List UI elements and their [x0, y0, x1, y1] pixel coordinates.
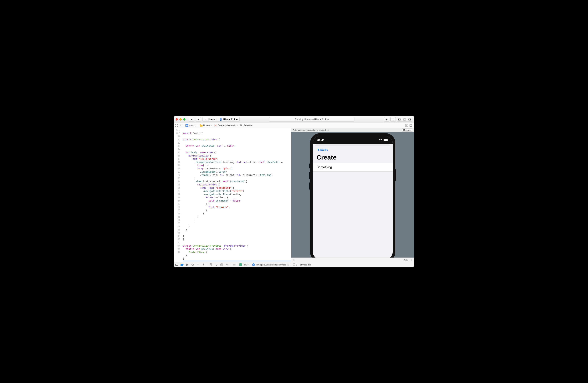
step-over-button[interactable]	[191, 263, 194, 266]
wifi-icon	[379, 138, 382, 142]
run-button[interactable]	[189, 117, 194, 122]
jump-bar: 〈 〉 Howto 〉 Howto 〉 ContentView.swift 〉 …	[174, 123, 414, 128]
project-icon	[186, 124, 188, 127]
chevron-icon: 〉	[196, 124, 199, 127]
svg-marker-38	[203, 264, 204, 265]
svg-marker-0	[191, 118, 192, 120]
source-editor[interactable]: 6 7 8 9 10 11 12 13 14 15 16 17 18 19 20…	[174, 128, 291, 262]
jump-symbol[interactable]: No Selection	[240, 124, 253, 127]
svg-point-36	[198, 266, 198, 266]
adjust-editor-button[interactable]	[409, 124, 413, 127]
scheme-selector[interactable]: A Howto 〉 iPhone 11 Pro	[203, 117, 240, 122]
stack-icon	[233, 263, 236, 266]
zoom-out-button[interactable]: −	[398, 258, 401, 262]
svg-marker-31	[187, 264, 189, 266]
debug-target: Howto	[243, 264, 249, 266]
svg-rect-29	[176, 265, 178, 266]
device-side-button-right	[395, 169, 396, 181]
zoom-level[interactable]: 125%	[402, 259, 408, 261]
folder-icon	[200, 124, 203, 127]
zoom-in-button[interactable]: +	[410, 258, 413, 262]
toolbar: A Howto 〉 iPhone 11 Pro Running Howto on…	[174, 116, 414, 123]
chevron-icon: 〉	[210, 124, 213, 127]
battery-icon	[383, 138, 388, 142]
close-window-button[interactable]	[176, 118, 178, 120]
minimize-window-button[interactable]	[179, 118, 182, 120]
preview-canvas: Automatic preview updating paused ⓘ Resu…	[291, 128, 414, 262]
pin-preview-button[interactable]: ⤲	[293, 258, 295, 261]
svg-rect-23	[410, 124, 412, 126]
svg-rect-27	[388, 139, 388, 140]
activity-status-text: Running Howto on iPhone 11 Pro	[295, 118, 329, 121]
step-into-button[interactable]	[196, 263, 199, 266]
frame-icon	[293, 263, 295, 266]
nav-forward-button[interactable]: 〉	[182, 124, 185, 127]
simulate-location-button[interactable]	[225, 263, 229, 266]
minimap-button[interactable]	[405, 124, 409, 127]
svg-rect-9	[403, 120, 406, 120]
svg-marker-35	[197, 265, 199, 265]
toggle-inspectors-button[interactable]	[407, 117, 412, 122]
nav-back-button[interactable]: 〈	[179, 124, 181, 127]
window-controls	[176, 118, 186, 120]
debug-frame: 0 __pthread_kill	[296, 264, 311, 266]
step-out-button[interactable]	[202, 263, 205, 266]
debug-memory-graph-button[interactable]	[215, 263, 218, 266]
svg-rect-15	[177, 126, 178, 127]
svg-rect-14	[175, 126, 176, 127]
jump-group[interactable]: Howto	[203, 124, 210, 127]
app-mini-icon	[239, 263, 242, 266]
device-frame: 09:41 Dismiss Create So	[310, 133, 395, 258]
app-icon: A	[205, 118, 207, 121]
debug-process-crumb[interactable]: 〉 Howto 〉 i com.apple.uikit.eventfetch-t…	[233, 263, 311, 266]
library-button[interactable]	[384, 117, 389, 122]
nav-bar: Dismiss	[313, 146, 393, 153]
resume-button[interactable]: Resume	[402, 129, 413, 132]
device-icon	[219, 118, 222, 121]
form-row: Something	[313, 163, 393, 172]
thread-icon: i	[252, 263, 255, 266]
scheme-separator: 〉	[216, 118, 218, 121]
scheme-app-name: Howto	[208, 118, 215, 121]
scheme-device-name: iPhone 11 Pro	[223, 118, 238, 121]
main-split: 6 7 8 9 10 11 12 13 14 15 16 17 18 19 20…	[174, 128, 414, 262]
svg-rect-45	[221, 264, 223, 266]
svg-rect-7	[398, 119, 399, 120]
panel-toggle-group	[397, 117, 412, 122]
info-icon[interactable]: ⓘ	[327, 129, 329, 131]
related-items-icon[interactable]	[175, 124, 178, 127]
xcode-window: A Howto 〉 iPhone 11 Pro Running Howto on…	[174, 116, 414, 267]
toggle-debug-area-button[interactable]	[402, 117, 407, 122]
chevron-icon: 〉	[236, 124, 239, 127]
toggle-navigator-button[interactable]	[397, 117, 402, 122]
stop-button[interactable]	[196, 117, 201, 122]
svg-rect-18	[214, 124, 217, 127]
svg-rect-50	[293, 264, 295, 266]
code-area[interactable]: import SwiftUI struct ContentView: View …	[182, 128, 291, 262]
svg-rect-13	[177, 124, 178, 125]
svg-point-39	[203, 263, 203, 264]
preview-message: Automatic preview updating paused	[293, 129, 326, 131]
toolbar-right	[384, 117, 412, 122]
svg-rect-12	[175, 124, 176, 125]
activity-status: Running Howto on iPhone 11 Pro	[269, 117, 355, 122]
preview-viewport[interactable]: 09:41 Dismiss Create So	[291, 128, 414, 258]
continue-button[interactable]	[186, 263, 189, 266]
environment-overrides-button[interactable]	[220, 263, 223, 266]
modal-sheet: Dismiss Create Something	[313, 146, 393, 258]
jump-file[interactable]: ContentView.swift	[218, 124, 236, 127]
code-review-button[interactable]	[390, 117, 396, 122]
svg-rect-30	[186, 264, 187, 266]
zoom-window-button[interactable]	[183, 118, 186, 120]
svg-rect-11	[410, 119, 411, 120]
jump-project[interactable]: Howto	[189, 124, 195, 127]
svg-rect-26	[384, 139, 387, 141]
status-time: 09:41	[317, 138, 324, 142]
debug-view-hierarchy-button[interactable]	[210, 263, 212, 266]
swift-file-icon	[214, 124, 217, 127]
hide-debug-button[interactable]	[175, 263, 178, 266]
line-gutter: 6 7 8 9 10 11 12 13 14 15 16 17 18 19 20…	[174, 128, 182, 262]
dismiss-button[interactable]: Dismiss	[316, 148, 328, 152]
device-screen: 09:41 Dismiss Create So	[313, 136, 393, 258]
breakpoints-button[interactable]	[181, 263, 184, 266]
